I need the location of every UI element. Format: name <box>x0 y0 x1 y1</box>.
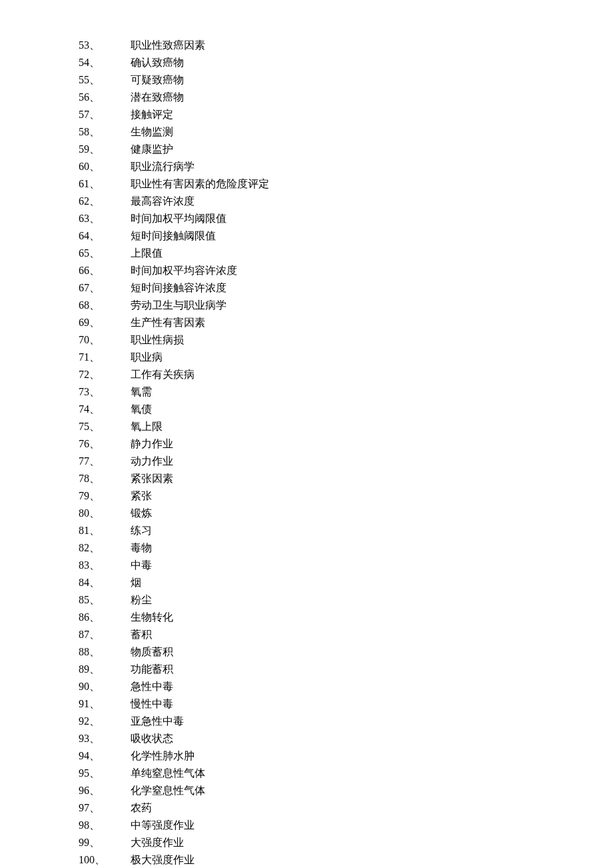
term-text: 职业流行病学 <box>131 159 553 175</box>
term-number: 88、 <box>79 644 131 660</box>
term-item: 91、慢性中毒 <box>79 696 553 712</box>
term-text: 中毒 <box>131 557 553 573</box>
term-text: 生物监测 <box>131 124 553 140</box>
term-item: 57、接触评定 <box>79 107 553 123</box>
term-number: 60、 <box>79 159 131 175</box>
term-number: 59、 <box>79 141 131 157</box>
term-number: 92、 <box>79 713 131 729</box>
term-text: 短时间接触阈限值 <box>131 228 553 244</box>
term-text: 亚急性中毒 <box>131 713 553 729</box>
term-item: 69、生产性有害因素 <box>79 315 553 331</box>
term-item: 89、功能蓄积 <box>79 661 553 677</box>
term-text: 烟 <box>131 575 553 591</box>
term-number: 85、 <box>79 592 131 608</box>
term-text: 职业病 <box>131 349 553 365</box>
term-number: 76、 <box>79 436 131 452</box>
term-number: 78、 <box>79 471 131 487</box>
term-item: 62、最高容许浓度 <box>79 193 553 209</box>
term-item: 97、农药 <box>79 800 553 816</box>
term-text: 紧张因素 <box>131 471 553 487</box>
term-number: 58、 <box>79 124 131 140</box>
term-number: 96、 <box>79 783 131 799</box>
term-text: 上限值 <box>131 245 553 261</box>
term-item: 53、职业性致癌因素 <box>79 37 553 53</box>
term-item: 61、职业性有害因素的危险度评定 <box>79 176 553 192</box>
term-number: 53、 <box>79 37 131 53</box>
terms-list: 53、职业性致癌因素54、确认致癌物55、可疑致癌物56、潜在致癌物57、接触评… <box>79 37 553 868</box>
term-text: 单纯窒息性气体 <box>131 765 553 781</box>
term-number: 90、 <box>79 679 131 695</box>
term-text: 可疑致癌物 <box>131 72 553 88</box>
term-number: 81、 <box>79 523 131 539</box>
term-item: 84、烟 <box>79 575 553 591</box>
term-item: 83、中毒 <box>79 557 553 573</box>
term-text: 吸收状态 <box>131 731 553 747</box>
term-text: 接触评定 <box>131 107 553 123</box>
term-item: 59、健康监护 <box>79 141 553 157</box>
term-text: 确认致癌物 <box>131 55 553 71</box>
term-item: 73、氧需 <box>79 384 553 400</box>
term-item: 60、职业流行病学 <box>79 159 553 175</box>
term-number: 56、 <box>79 89 131 105</box>
term-item: 78、紧张因素 <box>79 471 553 487</box>
term-text: 时间加权平均阈限值 <box>131 211 553 227</box>
term-text: 急性中毒 <box>131 679 553 695</box>
term-text: 工作有关疾病 <box>131 367 553 383</box>
term-number: 80、 <box>79 505 131 521</box>
term-item: 81、练习 <box>79 523 553 539</box>
term-text: 粉尘 <box>131 592 553 608</box>
term-number: 95、 <box>79 765 131 781</box>
term-number: 89、 <box>79 661 131 677</box>
term-number: 65、 <box>79 245 131 261</box>
term-text: 静力作业 <box>131 436 553 452</box>
term-item: 72、工作有关疾病 <box>79 367 553 383</box>
term-item: 86、生物转化 <box>79 609 553 625</box>
term-item: 65、上限值 <box>79 245 553 261</box>
term-text: 动力作业 <box>131 453 553 469</box>
term-number: 71、 <box>79 349 131 365</box>
term-number: 74、 <box>79 401 131 417</box>
term-number: 66、 <box>79 263 131 279</box>
term-number: 87、 <box>79 627 131 643</box>
term-number: 82、 <box>79 540 131 556</box>
term-number: 70、 <box>79 332 131 348</box>
term-item: 82、毒物 <box>79 540 553 556</box>
term-item: 95、单纯窒息性气体 <box>79 765 553 781</box>
term-number: 91、 <box>79 696 131 712</box>
term-number: 72、 <box>79 367 131 383</box>
term-text: 潜在致癌物 <box>131 89 553 105</box>
term-text: 练习 <box>131 523 553 539</box>
term-item: 76、静力作业 <box>79 436 553 452</box>
term-text: 功能蓄积 <box>131 661 553 677</box>
term-text: 物质蓄积 <box>131 644 553 660</box>
term-item: 99、大强度作业 <box>79 835 553 851</box>
term-text: 劳动卫生与职业病学 <box>131 297 553 313</box>
term-item: 77、动力作业 <box>79 453 553 469</box>
term-number: 57、 <box>79 107 131 123</box>
term-text: 锻炼 <box>131 505 553 521</box>
term-text: 大强度作业 <box>131 835 553 851</box>
term-number: 63、 <box>79 211 131 227</box>
term-text: 农药 <box>131 800 553 816</box>
term-number: 69、 <box>79 315 131 331</box>
term-text: 慢性中毒 <box>131 696 553 712</box>
term-item: 93、吸收状态 <box>79 731 553 747</box>
term-text: 氧上限 <box>131 419 553 435</box>
term-text: 化学性肺水肿 <box>131 748 553 764</box>
term-number: 68、 <box>79 297 131 313</box>
term-item: 87、蓄积 <box>79 627 553 643</box>
term-text: 生产性有害因素 <box>131 315 553 331</box>
term-number: 84、 <box>79 575 131 591</box>
term-item: 63、时间加权平均阈限值 <box>79 211 553 227</box>
term-text: 职业性致癌因素 <box>131 37 553 53</box>
term-item: 71、职业病 <box>79 349 553 365</box>
term-number: 79、 <box>79 488 131 504</box>
term-text: 极大强度作业 <box>131 852 553 868</box>
term-item: 58、生物监测 <box>79 124 553 140</box>
term-number: 54、 <box>79 55 131 71</box>
term-number: 62、 <box>79 193 131 209</box>
term-item: 98、中等强度作业 <box>79 817 553 833</box>
term-item: 94、化学性肺水肿 <box>79 748 553 764</box>
term-text: 紧张 <box>131 488 553 504</box>
term-item: 64、短时间接触阈限值 <box>79 228 553 244</box>
